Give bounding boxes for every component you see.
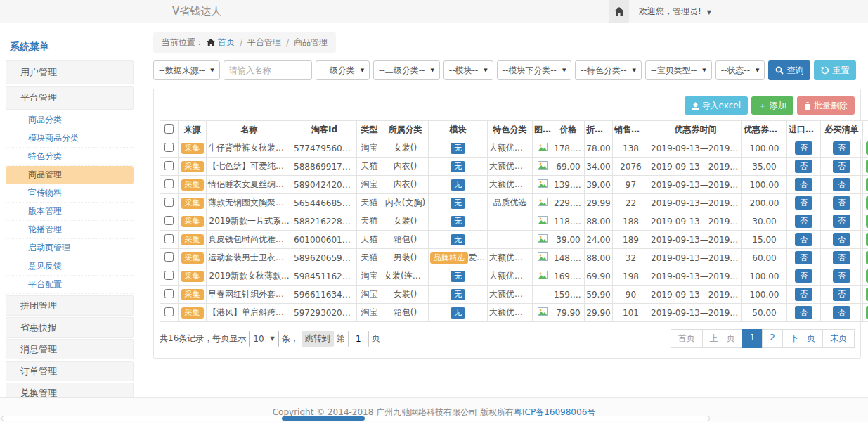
status-toggle[interactable]: 上架 (866, 288, 868, 301)
status-toggle[interactable]: 上架 (866, 215, 868, 228)
row-checkbox[interactable] (164, 252, 174, 262)
sidebar-subitem-平台配置[interactable]: 平台配置 (6, 276, 134, 294)
user-menu[interactable]: 欢迎您，管理员! ▼ (639, 6, 711, 18)
product-thumbnail-icon (538, 143, 548, 151)
must-buy-toggle[interactable]: 否 (833, 233, 850, 246)
sidebar-subitem-版本管理[interactable]: 版本管理 (6, 203, 134, 221)
home-button[interactable] (609, 0, 629, 23)
coupon-time-cell: 2019-09-13—2019-09-19 (649, 212, 742, 231)
row-checkbox[interactable] (164, 289, 174, 298)
page-size-select[interactable]: 10 ▼ (249, 331, 278, 347)
sidebar-item-订单管理[interactable]: 订单管理 (6, 361, 134, 381)
sidebar-subitem-宣传物料[interactable]: 宣传物料 (6, 184, 134, 203)
import-select-toggle[interactable]: 否 (795, 178, 812, 191)
jump-button[interactable]: 跳转到 (302, 331, 334, 347)
reset-button[interactable]: 重置 (814, 60, 856, 80)
status-toggle[interactable]: 上架 (866, 178, 868, 191)
sidebar-subitem-模块商品分类[interactable]: 模块商品分类 (6, 129, 134, 148)
row-checkbox[interactable] (164, 198, 174, 207)
must-buy-toggle[interactable]: 否 (833, 288, 850, 301)
sidebar-subitem-意见反馈[interactable]: 意见反馈 (6, 257, 134, 276)
icon-cell (533, 139, 552, 158)
row-checkbox[interactable] (164, 271, 174, 280)
select-all-checkbox[interactable] (164, 124, 174, 134)
jump-page-input[interactable] (348, 331, 369, 347)
pager-首页: 首页 (671, 329, 703, 348)
must-buy-toggle[interactable]: 否 (833, 160, 850, 173)
row-checkbox[interactable] (164, 234, 174, 243)
must-buy-toggle[interactable]: 否 (833, 141, 850, 155)
import-select-toggle[interactable]: 否 (795, 233, 812, 246)
column-header-销售数量: 销售数量 (613, 121, 649, 139)
breadcrumb-home-link[interactable]: 首页 (218, 37, 235, 49)
product-thumbnail-icon (538, 161, 548, 170)
filter-select-一级分类[interactable]: 一级分类▼ (316, 60, 370, 80)
import-select-toggle[interactable]: 否 (795, 141, 812, 155)
import-select-toggle[interactable]: 否 (795, 160, 812, 173)
status-toggle[interactable]: 上架 (866, 141, 868, 155)
sidebar-subitem-启动页管理[interactable]: 启动页管理 (6, 239, 134, 257)
batch-delete-button[interactable]: 批量删除 (797, 96, 855, 115)
sidebar-item-用户管理[interactable]: 用户管理 (6, 60, 134, 84)
pager-末页[interactable]: 末页 (822, 329, 855, 348)
pager-2[interactable]: 2 (762, 329, 783, 348)
data-source-select[interactable]: --数据来源--▼ (153, 60, 220, 80)
must-buy-toggle[interactable]: 否 (833, 178, 850, 191)
status-toggle[interactable]: 上架 (866, 196, 868, 210)
status-toggle[interactable]: 上架 (866, 306, 868, 319)
import-select-toggle[interactable]: 否 (795, 288, 812, 301)
pager-1[interactable]: 1 (742, 329, 763, 348)
coupon-amount-cell: 100.00 (742, 139, 787, 158)
filter-select-特色分类[interactable]: --特色分类--▼ (575, 60, 642, 80)
filter-select-模块[interactable]: --模块--▼ (443, 60, 493, 80)
name-search-input[interactable] (224, 60, 312, 80)
sidebar-subitem-特色分类[interactable]: 特色分类 (6, 148, 134, 166)
import-select-toggle[interactable]: 否 (795, 215, 812, 228)
import-excel-button[interactable]: 导入excel (685, 96, 748, 115)
sidebar-subitem-商品分类[interactable]: 商品分类 (6, 111, 134, 129)
row-checkbox[interactable] (164, 179, 174, 188)
row-checkbox[interactable] (164, 161, 174, 170)
filter-select-模块下分类[interactable]: --模块下分类--▼ (497, 60, 572, 80)
import-select-toggle[interactable]: 否 (795, 251, 812, 264)
filter-select-状态[interactable]: --状态--▼ (715, 60, 765, 80)
module-badge: 无 (451, 143, 465, 154)
must-buy-toggle[interactable]: 否 (833, 251, 850, 264)
sidebar-item-省惠快报[interactable]: 省惠快报 (6, 317, 134, 338)
status-toggle[interactable]: 上架 (866, 251, 868, 264)
status-toggle[interactable]: 上架 (866, 233, 868, 246)
sales-cell: 189 (613, 231, 649, 249)
must-buy-toggle[interactable]: 否 (833, 269, 850, 283)
coupon-amount-cell: 50.00 (742, 304, 787, 322)
pager-下一页[interactable]: 下一页 (782, 329, 823, 348)
import-select-toggle[interactable]: 否 (795, 196, 812, 210)
add-button[interactable]: ＋ 添加 (751, 96, 793, 115)
sidebar-item-平台管理[interactable]: 平台管理 (6, 86, 134, 110)
import-select-toggle[interactable]: 否 (795, 306, 812, 319)
price-cell: 178.00 (552, 139, 585, 158)
module-badge: 无 (451, 234, 465, 245)
status-toggle[interactable]: 上架 (866, 160, 868, 173)
filter-select-二级分类[interactable]: --二级分类--▼ (373, 60, 440, 80)
status-toggle[interactable]: 上架 (866, 269, 868, 283)
must-buy-toggle[interactable]: 否 (833, 196, 850, 210)
import-select-toggle[interactable]: 否 (795, 269, 812, 283)
row-checkbox[interactable] (164, 216, 174, 225)
row-checkbox[interactable] (164, 307, 174, 316)
sidebar-subitem-轮播管理[interactable]: 轮播管理 (6, 221, 134, 239)
must-buy-toggle[interactable]: 否 (833, 215, 850, 228)
breadcrumb-item: 平台管理 (247, 37, 281, 49)
search-button[interactable]: 查询 (768, 60, 810, 80)
horizontal-scrollbar[interactable] (1, 416, 710, 421)
sidebar-item-消息管理[interactable]: 消息管理 (6, 339, 134, 359)
thumbnail-wrap (538, 161, 548, 170)
sidebar-subitem-商品管理[interactable]: 商品管理 (6, 166, 134, 184)
filter-select-宝贝类型[interactable]: --宝贝类型--▼ (645, 60, 712, 80)
row-checkbox[interactable] (164, 143, 174, 152)
coupon-amount-cell: 200.00 (742, 194, 787, 212)
must-buy-toggle[interactable]: 否 (833, 306, 850, 319)
type-cell: 淘宝 (357, 139, 382, 158)
sidebar-item-拼团管理[interactable]: 拼团管理 (6, 295, 134, 316)
product-thumbnail-icon (538, 216, 548, 224)
scrollbar-thumb[interactable] (282, 416, 365, 421)
